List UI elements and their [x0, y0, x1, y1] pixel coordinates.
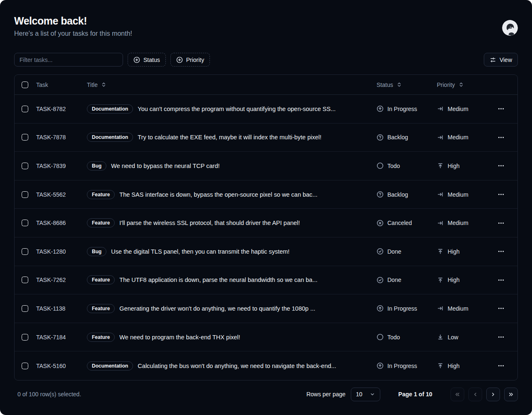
ellipsis-icon: [498, 305, 505, 312]
table-row: TASK-8686 Feature I'll parse the wireles…: [15, 209, 517, 237]
ellipsis-icon: [498, 333, 505, 341]
chevron-down-icon: [369, 391, 375, 397]
status-filter-button[interactable]: Status: [128, 53, 166, 67]
column-header-title-label: Title: [87, 82, 98, 88]
column-header-priority-label: Priority: [437, 82, 455, 88]
status-text: Canceled: [387, 220, 412, 226]
row-actions-button[interactable]: [495, 188, 507, 200]
status-text: Todo: [387, 163, 400, 169]
task-id: TASK-7184: [36, 334, 87, 341]
row-checkbox[interactable]: [22, 334, 28, 341]
last-page-button[interactable]: [504, 388, 518, 401]
page-header: Welcome back! Here's a list of your task…: [14, 15, 518, 37]
status-text: In Progress: [387, 106, 417, 112]
row-checkbox[interactable]: [22, 248, 28, 255]
circle-arrow-up-icon: [377, 305, 384, 312]
ellipsis-icon: [498, 362, 505, 369]
ellipsis-icon: [498, 220, 505, 227]
circle-check-icon: [377, 248, 384, 255]
priority-text: High: [448, 163, 460, 169]
label-badge: Bug: [87, 161, 106, 170]
table-header-row: Task Title Status: [15, 75, 517, 95]
arrow-right-to-line-icon: [437, 220, 444, 227]
chevron-right-icon: [490, 391, 496, 398]
row-actions-button[interactable]: [495, 160, 507, 172]
arrow-up-to-line-icon: [437, 277, 444, 284]
label-badge: Documentation: [87, 133, 133, 142]
ellipsis-icon: [498, 134, 505, 141]
priority-text: Medium: [448, 191, 468, 198]
row-actions-button[interactable]: [495, 103, 507, 115]
row-actions-button[interactable]: [495, 245, 507, 257]
page-header-text: Welcome back! Here's a list of your task…: [14, 15, 132, 37]
task-title: Try to calculate the EXE feed, maybe it …: [138, 134, 321, 141]
task-title: I'll parse the wireless SSL protocol, th…: [119, 220, 300, 226]
status-text: Todo: [387, 334, 400, 341]
row-actions-button[interactable]: [495, 274, 507, 286]
first-page-button[interactable]: [451, 388, 464, 401]
user-avatar[interactable]: [502, 20, 518, 36]
row-actions-button[interactable]: [495, 302, 507, 314]
previous-page-button[interactable]: [468, 388, 482, 401]
row-checkbox[interactable]: [22, 134, 28, 141]
status-filter-label: Status: [143, 57, 160, 63]
column-header-priority-sort[interactable]: Priority: [437, 82, 464, 88]
rows-per-page-select[interactable]: 10: [351, 388, 380, 401]
task-id: TASK-8782: [36, 106, 87, 112]
circle-icon: [377, 162, 384, 169]
row-actions-button[interactable]: [495, 217, 507, 229]
page-title: Welcome back!: [14, 15, 132, 27]
row-checkbox[interactable]: [22, 191, 28, 198]
task-id: TASK-5562: [36, 191, 87, 198]
label-badge: Documentation: [87, 361, 133, 371]
circle-check-icon: [377, 277, 384, 284]
circle-arrow-up-icon: [377, 105, 384, 112]
task-id: TASK-7839: [36, 163, 87, 169]
arrow-right-to-line-icon: [437, 105, 444, 112]
row-actions-button[interactable]: [495, 331, 507, 343]
column-header-task: Task: [36, 82, 48, 88]
priority-text: Medium: [448, 106, 468, 112]
circle-help-icon: [377, 191, 384, 198]
label-badge: Feature: [87, 275, 115, 284]
row-actions-button[interactable]: [495, 131, 507, 143]
table-row: TASK-8782 Documentation You can't compre…: [15, 95, 517, 124]
column-header-status-sort[interactable]: Status: [377, 82, 402, 88]
ellipsis-icon: [498, 105, 505, 112]
row-checkbox[interactable]: [22, 277, 28, 283]
row-checkbox[interactable]: [22, 220, 28, 226]
row-checkbox[interactable]: [22, 363, 28, 369]
label-badge: Bug: [87, 247, 106, 256]
label-badge: Feature: [87, 304, 115, 313]
row-checkbox[interactable]: [22, 305, 28, 312]
status-text: In Progress: [387, 305, 417, 312]
row-checkbox[interactable]: [22, 163, 28, 169]
status-text: Backlog: [387, 134, 408, 141]
label-badge: Documentation: [87, 104, 133, 114]
priority-filter-button[interactable]: Priority: [170, 53, 210, 67]
plus-circle-icon: [133, 57, 140, 63]
row-checkbox[interactable]: [22, 106, 28, 112]
column-header-title-sort[interactable]: Title: [87, 82, 107, 88]
next-page-button[interactable]: [486, 388, 500, 401]
page-subtitle: Here's a list of your tasks for this mon…: [14, 30, 132, 37]
tasks-app: Welcome back! Here's a list of your task…: [0, 0, 532, 415]
priority-text: Medium: [448, 305, 468, 312]
table-row: TASK-1280 Bug Use the digital TLS panel,…: [15, 237, 517, 266]
row-actions-button[interactable]: [495, 360, 507, 372]
select-all-checkbox[interactable]: [22, 82, 28, 88]
sliders-icon: [490, 57, 496, 63]
label-badge: Feature: [87, 218, 115, 227]
view-options-button[interactable]: View: [484, 53, 518, 67]
ellipsis-icon: [498, 277, 505, 284]
task-title: We need to program the back-end THX pixe…: [119, 334, 240, 341]
circle-icon: [377, 333, 384, 341]
ellipsis-icon: [498, 248, 505, 255]
filter-tasks-input[interactable]: [14, 53, 123, 67]
filter-toolbar: Status Priority View: [14, 53, 518, 67]
view-options-label: View: [500, 57, 512, 63]
arrow-up-to-line-icon: [437, 248, 444, 255]
chevrons-up-down-icon: [101, 82, 107, 88]
arrow-down-to-line-icon: [437, 333, 444, 341]
table-row: TASK-5562 Feature The SAS interface is d…: [15, 180, 517, 209]
